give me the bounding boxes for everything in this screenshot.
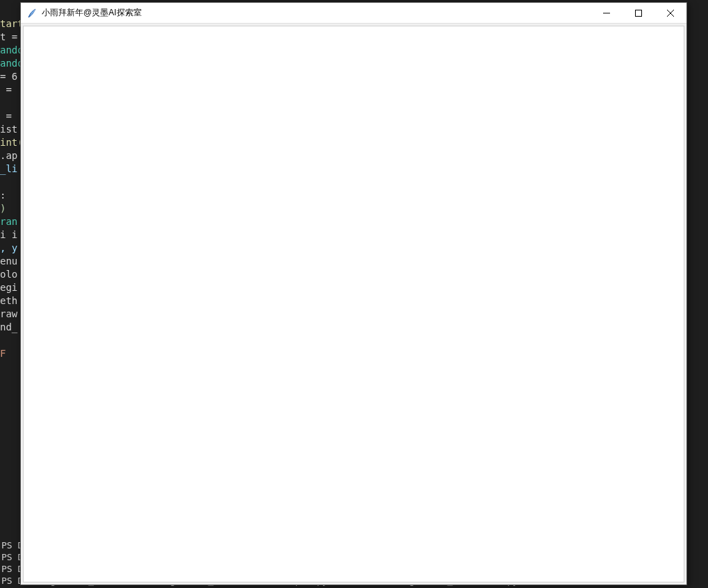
code-token: =: [0, 84, 17, 95]
code-token: eth: [0, 295, 17, 306]
code-token: olo: [0, 269, 17, 280]
tk-feather-icon: [26, 8, 38, 19]
code-token: nd_: [0, 321, 17, 333]
minimize-button[interactable]: [591, 3, 623, 24]
code-token: =: [0, 110, 17, 121]
turtle-canvas[interactable]: [23, 26, 684, 582]
code-token: ): [0, 203, 6, 214]
title-bar[interactable]: 小雨拜新年@灵墨AI探索室: [21, 3, 686, 24]
window-title: 小雨拜新年@灵墨AI探索室: [42, 7, 591, 19]
svg-rect-1: [636, 10, 642, 17]
code-token: .ap: [0, 150, 17, 161]
code-token: enu: [0, 255, 17, 267]
code-token: i i: [0, 229, 17, 240]
code-token: , y: [0, 242, 17, 253]
turtle-window: 小雨拜新年@灵墨AI探索室: [20, 2, 687, 585]
code-token: raw: [0, 308, 17, 319]
maximize-button[interactable]: [623, 3, 655, 24]
code-token: ist: [0, 124, 17, 135]
close-button[interactable]: [655, 3, 686, 24]
code-token: ran: [0, 216, 17, 227]
code-token: egi: [0, 282, 17, 293]
code-token: :: [0, 190, 6, 201]
code-token: _li: [0, 163, 17, 174]
code-token: = 6: [0, 71, 17, 82]
code-token: F: [0, 348, 6, 359]
window-controls: [591, 3, 686, 23]
